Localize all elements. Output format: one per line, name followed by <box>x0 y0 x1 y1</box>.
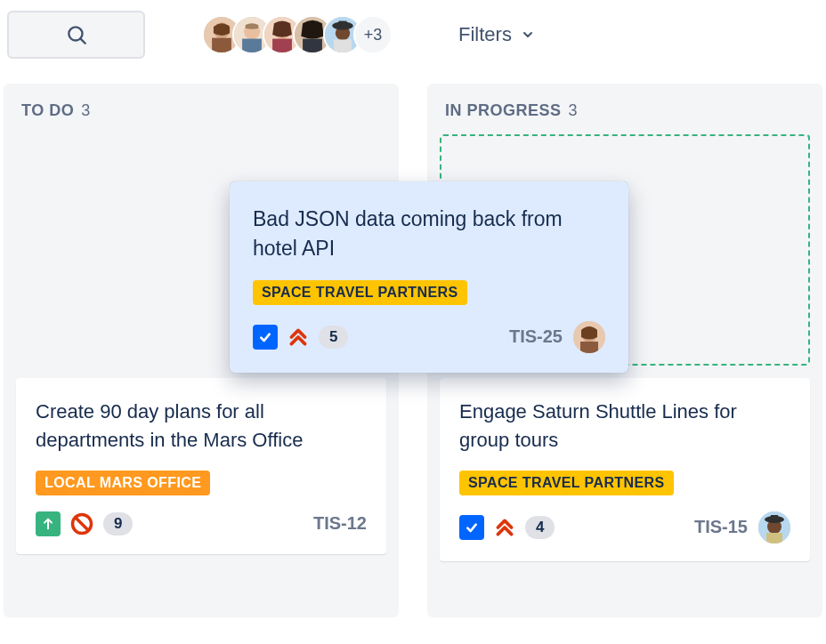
column-count: 3 <box>81 101 90 120</box>
card-title: Create 90 day plans for all departments … <box>36 398 367 455</box>
svg-line-20 <box>76 518 88 530</box>
task-icon <box>459 515 484 540</box>
svg-line-1 <box>80 39 85 44</box>
story-points: 4 <box>525 516 555 539</box>
dragged-card[interactable]: Bad JSON data coming back from hotel API… <box>230 181 628 373</box>
svg-rect-25 <box>771 515 778 520</box>
card-label: LOCAL MARS OFFICE <box>36 471 210 495</box>
svg-rect-13 <box>303 39 322 52</box>
issue-key: TIS-25 <box>509 326 563 347</box>
task-icon <box>253 325 278 350</box>
avatar-more-count: +3 <box>364 26 383 44</box>
priority-highest-icon <box>287 326 310 349</box>
column-header: TO DO 3 <box>16 101 386 134</box>
avatar-more[interactable]: +3 <box>353 15 393 54</box>
issue-key: TIS-12 <box>313 513 367 534</box>
card-label: SPACE TRAVEL PARTNERS <box>459 471 674 495</box>
priority-highest-icon <box>493 516 516 539</box>
card-footer: 4 TIS-15 <box>459 511 790 543</box>
blocker-icon <box>69 511 94 536</box>
search-box[interactable] <box>7 11 145 59</box>
avatar-group: +3 <box>202 15 393 54</box>
assignee-avatar[interactable] <box>573 321 605 353</box>
filters-dropdown[interactable]: Filters <box>458 23 535 46</box>
issue-card[interactable]: Create 90 day plans for all departments … <box>16 378 386 554</box>
story-points: 5 <box>319 326 348 349</box>
svg-rect-16 <box>334 39 352 52</box>
svg-rect-18 <box>338 21 346 27</box>
card-label: SPACE TRAVEL PARTNERS <box>253 280 467 305</box>
search-icon <box>65 23 88 46</box>
story-icon <box>36 511 61 536</box>
column-count: 3 <box>569 101 578 120</box>
svg-rect-23 <box>766 533 782 543</box>
card-title: Engage Saturn Shuttle Lines for group to… <box>459 398 790 455</box>
svg-rect-10 <box>272 39 292 52</box>
issue-key: TIS-15 <box>694 517 748 537</box>
assignee-avatar[interactable] <box>758 511 790 543</box>
card-title: Bad JSON data coming back from hotel API <box>253 205 605 264</box>
column-header: IN PROGRESS 3 <box>440 101 810 134</box>
column-title: TO DO <box>21 101 74 120</box>
issue-card[interactable]: Engage Saturn Shuttle Lines for group to… <box>440 378 810 561</box>
chevron-down-icon <box>521 28 535 42</box>
card-footer: 9 TIS-12 <box>36 511 367 536</box>
toolbar: +3 Filters <box>0 0 826 84</box>
card-footer: 5 TIS-25 <box>253 321 605 353</box>
column-title: IN PROGRESS <box>445 101 562 120</box>
filters-label: Filters <box>458 23 512 46</box>
svg-rect-7 <box>242 39 262 52</box>
svg-rect-4 <box>212 38 231 52</box>
story-points: 9 <box>103 512 133 535</box>
svg-rect-28 <box>580 342 598 353</box>
